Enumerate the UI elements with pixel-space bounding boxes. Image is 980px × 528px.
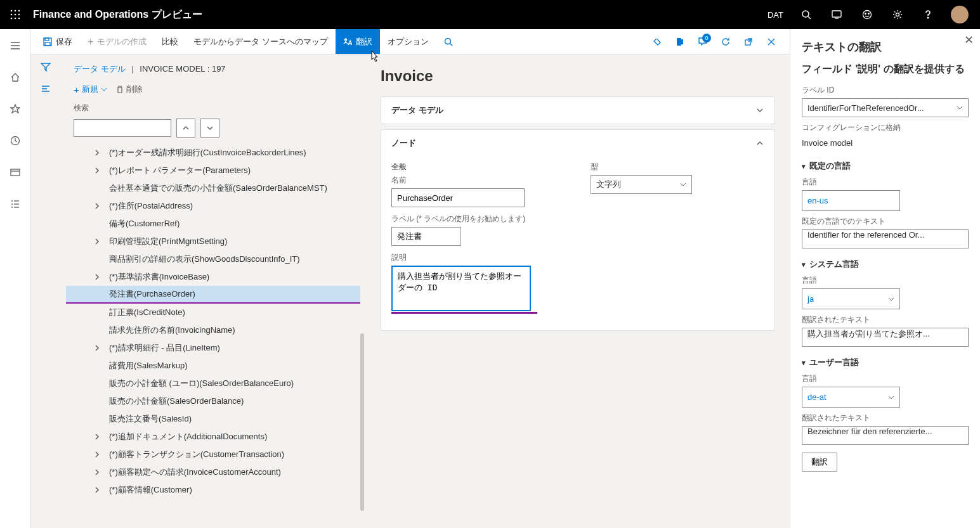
app-launcher-icon[interactable] bbox=[5, 4, 25, 25]
sidepane-title: テキストの翻訳 bbox=[802, 39, 969, 55]
chevron-right-icon bbox=[94, 203, 104, 209]
breadcrumb: データ モデル | INVOICE MODEL : 197 bbox=[61, 61, 365, 81]
breadcrumb-root[interactable]: データ モデル bbox=[74, 64, 126, 74]
tree-item-label: (*)基準請求書(InvoiceBase) bbox=[109, 271, 209, 283]
tree-item[interactable]: (*)請求明細行 - 品目(LineItem) bbox=[66, 339, 360, 357]
general-header: 全般 bbox=[391, 162, 565, 172]
new-button[interactable]: +新規 bbox=[74, 84, 107, 95]
svg-point-9 bbox=[802, 11, 809, 17]
tree-item-label: (*)請求明細行 - 品目(LineItem) bbox=[109, 342, 220, 354]
tree-item[interactable]: 訂正票(IsCreditNote) bbox=[66, 304, 360, 321]
tree-item[interactable]: 販売の小計金額(SalesOrderBalance) bbox=[66, 392, 360, 410]
search-command-icon[interactable] bbox=[436, 29, 461, 54]
search-next-button[interactable] bbox=[200, 119, 219, 138]
popout-icon[interactable] bbox=[739, 32, 758, 51]
tree-item[interactable]: (*)顧客情報(Customer) bbox=[66, 481, 360, 499]
save-button[interactable]: 保存 bbox=[36, 29, 80, 54]
tree-item[interactable]: 印刷管理設定(PrintMgmtSetting) bbox=[66, 233, 360, 250]
clock-icon[interactable] bbox=[5, 131, 25, 151]
scrollbar[interactable] bbox=[360, 333, 364, 511]
chevron-right-icon bbox=[94, 167, 104, 174]
tree-item[interactable]: 備考(CustomerRef) bbox=[66, 215, 360, 233]
section-node[interactable]: ノード bbox=[381, 130, 774, 157]
delete-button[interactable]: 削除 bbox=[116, 84, 143, 95]
tree-item[interactable]: (*)レポート パラメーター(Parameters) bbox=[66, 162, 360, 179]
search-icon[interactable] bbox=[792, 0, 820, 29]
svg-point-2 bbox=[18, 10, 20, 12]
default-text-field[interactable]: Identifier for the referenced Or... bbox=[802, 229, 969, 248]
user-lang-select[interactable]: de-at bbox=[802, 387, 900, 408]
close-sidepane-icon[interactable]: ✕ bbox=[964, 33, 974, 47]
tree-item[interactable]: 会社基本通貨での販売の小計金額(SalesOrderBalanceMST) bbox=[66, 179, 360, 197]
settings-icon[interactable] bbox=[884, 0, 911, 29]
star-icon[interactable] bbox=[5, 99, 25, 119]
refresh-icon[interactable] bbox=[716, 32, 735, 51]
system-translated-field[interactable]: 購入担当者が割り当てた参照オ... bbox=[802, 328, 969, 347]
office-icon[interactable] bbox=[670, 32, 689, 51]
hamburger-icon[interactable] bbox=[5, 35, 25, 56]
translate-action-button[interactable]: 翻訳 bbox=[802, 453, 837, 472]
feedback-icon[interactable] bbox=[853, 0, 881, 29]
default-lang-header[interactable]: ▾既定の言語 bbox=[802, 160, 969, 172]
svg-rect-32 bbox=[45, 42, 50, 46]
tree-item[interactable]: (*)基準請求書(InvoiceBase) bbox=[66, 268, 360, 286]
tree-item[interactable]: (*)追加ドキュメント(AdditionalDocuments) bbox=[66, 428, 360, 446]
system-lang-select[interactable]: ja bbox=[802, 288, 900, 309]
tree-item[interactable]: (*)顧客トランザクション(CustomerTransaction) bbox=[66, 446, 360, 463]
attach-icon[interactable] bbox=[648, 32, 667, 51]
tree-item[interactable]: 発注書(PurchaseOrder) bbox=[66, 286, 360, 304]
svg-point-5 bbox=[18, 14, 20, 16]
modules-icon[interactable] bbox=[5, 194, 25, 214]
workspace-icon[interactable] bbox=[5, 162, 25, 183]
tree-item[interactable]: 請求先住所の名前(InvoicingName) bbox=[66, 321, 360, 339]
chevron-down-icon bbox=[756, 106, 764, 114]
label-field[interactable] bbox=[391, 227, 461, 246]
tree-item-label: 訂正票(IsCreditNote) bbox=[109, 307, 185, 318]
svg-point-17 bbox=[927, 17, 929, 18]
desc-field[interactable] bbox=[391, 266, 531, 311]
svg-rect-11 bbox=[832, 11, 841, 17]
tree-item[interactable]: (*)オーダー残請求明細行(CustInvoiceBackorderLines) bbox=[66, 144, 360, 162]
label-id-select[interactable]: IdentifierForTheReferencedOr... bbox=[802, 98, 969, 117]
chevron-right-icon bbox=[94, 451, 104, 458]
filter-icon[interactable] bbox=[41, 62, 51, 72]
tree-item[interactable]: (*)顧客勘定への請求(InvoiceCustomerAccount) bbox=[66, 463, 360, 481]
search-prev-button[interactable] bbox=[176, 119, 195, 138]
tree-item[interactable]: 販売注文番号(SalesId) bbox=[66, 410, 360, 428]
tree-item-label: (*)追加ドキュメント(AdditionalDocuments) bbox=[109, 431, 267, 442]
section-data-model[interactable]: データ モデル bbox=[381, 97, 774, 124]
translate-button[interactable]: 翻訳 bbox=[336, 29, 380, 54]
company-code[interactable]: DAT bbox=[761, 10, 790, 20]
monitor-icon[interactable] bbox=[823, 0, 851, 29]
name-field[interactable] bbox=[391, 188, 525, 207]
tree-item[interactable]: 諸費用(SalesMarkup) bbox=[66, 357, 360, 375]
compare-button[interactable]: 比較 bbox=[154, 29, 186, 54]
user-avatar[interactable] bbox=[951, 6, 969, 23]
home-icon[interactable] bbox=[5, 67, 25, 87]
command-bar: 保存 +モデルの作成 比較 モデルからデータ ソースへのマップ 翻訳 オプション… bbox=[30, 29, 790, 55]
system-lang-header[interactable]: ▾システム言語 bbox=[802, 259, 969, 270]
chevron-up-icon bbox=[756, 139, 764, 147]
breadcrumb-current: INVOICE MODEL : 197 bbox=[140, 64, 225, 74]
help-icon[interactable] bbox=[914, 0, 942, 29]
messages-icon[interactable]: 0 bbox=[693, 32, 712, 51]
close-icon[interactable] bbox=[762, 32, 781, 51]
app-title: Finance and Operations プレビュー bbox=[33, 8, 761, 22]
svg-point-6 bbox=[11, 18, 13, 20]
default-lang-value[interactable]: en-us bbox=[802, 190, 900, 211]
create-model-button[interactable]: +モデルの作成 bbox=[80, 29, 154, 54]
search-input[interactable] bbox=[74, 119, 171, 137]
tree-item[interactable]: 販売の小計金額 (ユーロ)(SalesOrderBalanceEuro) bbox=[66, 375, 360, 392]
label-id-label: ラベル ID bbox=[802, 85, 969, 96]
svg-line-34 bbox=[450, 43, 452, 46]
svg-point-7 bbox=[15, 18, 16, 20]
user-translated-field[interactable]: Bezeichner für den referenzierte... bbox=[802, 426, 969, 445]
options-button[interactable]: オプション bbox=[380, 29, 436, 54]
user-lang-header[interactable]: ▾ユーザー言語 bbox=[802, 357, 969, 368]
map-model-button[interactable]: モデルからデータ ソースへのマップ bbox=[186, 29, 336, 54]
type-select[interactable]: 文字列 bbox=[591, 175, 692, 194]
tree-item[interactable]: 商品割引の詳細の表示(ShowGoodsDiscountInfo_IT) bbox=[66, 250, 360, 268]
tree-item[interactable]: (*)住所(PostalAddress) bbox=[66, 197, 360, 215]
svg-line-10 bbox=[808, 16, 811, 19]
list-toggle-icon[interactable] bbox=[41, 84, 51, 94]
